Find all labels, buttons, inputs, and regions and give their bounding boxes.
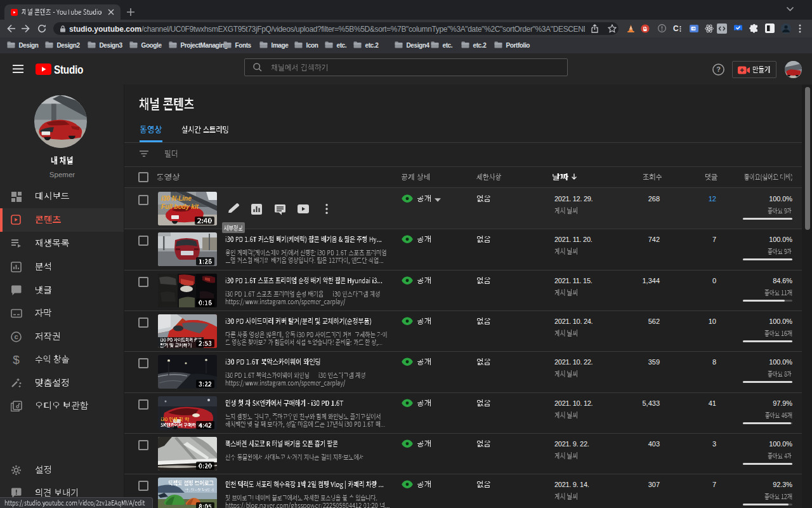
svg-text:c: c xyxy=(14,333,18,340)
svg-text:Full body kit: Full body kit xyxy=(161,203,199,210)
